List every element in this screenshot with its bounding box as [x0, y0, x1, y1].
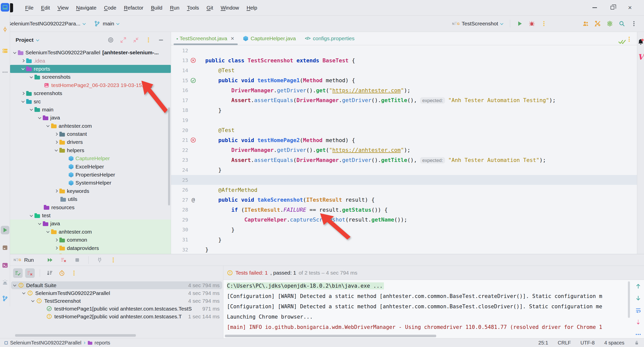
search-everywhere-button[interactable] [617, 19, 627, 29]
tree-item-keywords[interactable]: keywords [10, 187, 171, 195]
console-hscrollbar[interactable] [225, 335, 436, 337]
console-more-button[interactable] [634, 331, 642, 338]
chevron-down-icon[interactable] [38, 116, 41, 119]
tree-item-anhtester-com[interactable]: anhtester.com [10, 122, 171, 130]
build-tool-window-button[interactable] [1, 243, 9, 252]
code-line-32[interactable]: 32} [171, 245, 637, 254]
attach-debugger-button[interactable] [95, 255, 105, 265]
test-item-default-suite[interactable]: Default Suite4 sec 794 ms [11, 281, 222, 289]
code-line-15[interactable]: 15 public void testHomePage1(Method meth… [171, 75, 637, 85]
code-line-31[interactable]: 31 } [171, 235, 637, 245]
chevron-right-icon[interactable] [55, 238, 58, 242]
tests-hscrollbar[interactable] [15, 334, 136, 337]
tree-item-systemshelper[interactable]: SystemsHelper [10, 179, 171, 187]
code-line-24[interactable]: 24 } [171, 165, 637, 175]
console-vscrollbar[interactable] [628, 281, 630, 318]
code-line-12[interactable]: 12 [171, 46, 637, 56]
chevron-right-icon[interactable] [55, 246, 58, 250]
chevron-right-icon[interactable] [55, 189, 58, 193]
chevron-down-icon[interactable] [21, 100, 25, 103]
menu-navigate[interactable]: Navigate [73, 3, 99, 12]
locate-file-button[interactable] [106, 36, 115, 44]
tab-capturehelper-java[interactable]: CaptureHelper.java [239, 32, 300, 45]
chevron-down-icon[interactable] [55, 148, 58, 152]
rerun-failed-tests-button[interactable] [59, 255, 69, 265]
tree-item-helpers[interactable]: helpers [10, 146, 171, 154]
menu-tools[interactable]: Tools [184, 3, 202, 12]
chevron-right-icon[interactable] [55, 133, 58, 136]
tree-item-seleniumtestng092022parallel[interactable]: SeleniumTestNG092022Parallel [anhtester-… [10, 49, 171, 57]
test-item-testhomepage2[interactable]: testHomePage2[public void anhtester.com.… [11, 313, 222, 320]
menu-window[interactable]: Window [218, 3, 242, 12]
menu-build[interactable]: Build [148, 3, 166, 12]
tree-item-propertieshelper[interactable]: PropertiesHelper [10, 171, 171, 179]
tree-item-capturehelper[interactable]: CaptureHelper [10, 154, 171, 162]
tree-item-constant[interactable]: constant [10, 130, 171, 138]
code-line-19[interactable]: 19 [171, 115, 637, 125]
chevron-down-icon[interactable] [13, 283, 16, 287]
chevron-down-icon[interactable] [21, 67, 25, 70]
tree-item-java[interactable]: java [10, 114, 171, 122]
terminal-tool-window-button[interactable] [1, 261, 9, 270]
rerun-tests-button[interactable] [45, 255, 55, 265]
v-plugin-icon[interactable]: V [638, 53, 643, 61]
menu-code[interactable]: Code [101, 3, 119, 12]
run-tool-window-button[interactable] [1, 226, 9, 234]
chevron-right-icon[interactable] [21, 59, 25, 62]
menu-view[interactable]: View [54, 3, 71, 12]
gutter[interactable] [188, 57, 198, 63]
more-run-actions-button[interactable] [539, 19, 549, 29]
soft-wrap-button[interactable] [634, 307, 642, 314]
gutter[interactable] [188, 77, 198, 83]
chevron-down-icon[interactable] [13, 51, 16, 54]
tree-item-excelhelper[interactable]: ExcelHelper [10, 162, 171, 170]
run-button[interactable] [515, 19, 525, 29]
tab-testscreenshot-java[interactable]: TestScreenshot.java× [173, 32, 239, 45]
code-line-26[interactable]: 26 @AfterMethod [171, 185, 637, 195]
stop-button[interactable] [72, 255, 82, 265]
problems-tool-window-button[interactable] [1, 278, 9, 286]
breadcrumb[interactable]: SeleniumTestNG092022Parallel › reports [5, 339, 110, 346]
test-options-button[interactable] [69, 268, 79, 278]
debug-button[interactable] [527, 19, 537, 29]
indent-widget[interactable]: 4 spaces [604, 340, 624, 346]
run-configuration-selector[interactable]: NTG TestScreenshot [450, 19, 505, 28]
collapse-all-button[interactable] [132, 36, 140, 44]
menu-git[interactable]: Git [204, 3, 216, 12]
tree-item-drivers[interactable]: drivers [10, 138, 171, 146]
caret-position-widget[interactable]: 25:1 [538, 340, 548, 346]
project-options-button[interactable] [144, 36, 153, 44]
tab-configs-properties[interactable]: </>configs.properties [300, 32, 359, 45]
chevron-down-icon[interactable] [31, 299, 34, 302]
code-line-16[interactable]: 16 DriverManager.getDriver().get("https:… [171, 85, 637, 95]
test-item-testhomepage1[interactable]: testHomePage1[public void anhtester.com.… [11, 305, 222, 313]
scroll-up-button[interactable] [634, 282, 642, 290]
code-line-25[interactable]: 25 [171, 175, 637, 185]
tree-item-pages[interactable]: pages [10, 252, 171, 254]
code-line-13[interactable]: 13public class TestScreenshot extends Ba… [171, 56, 637, 66]
code-line-21[interactable]: 21 public void testHomePage2(Method meth… [171, 135, 637, 145]
lock-icon[interactable] [634, 340, 639, 345]
restore-button[interactable] [607, 3, 618, 13]
tree-item--idea[interactable]: .idea [10, 57, 171, 65]
notifications-button[interactable] [636, 37, 644, 47]
show-passed-toggle[interactable] [13, 268, 23, 278]
code-line-28[interactable]: 28 if (ITestResult.FAILURE == result.get… [171, 205, 637, 215]
gutter[interactable] [188, 137, 198, 143]
sort-tests-button[interactable] [45, 268, 55, 278]
chevron-down-icon[interactable] [36, 38, 39, 41]
project-selector[interactable]: SeleniumTestNG092022Para... [5, 19, 88, 28]
menu-run[interactable]: Run [167, 3, 183, 12]
gutter[interactable]: @ [188, 197, 198, 203]
test-item-seleniumtestng092022parallel[interactable]: SeleniumTestNG092022Parallel4 sec 794 ms [11, 289, 222, 297]
tree-item-java[interactable]: java [10, 220, 171, 228]
chevron-down-icon[interactable] [30, 213, 33, 217]
test-history-button[interactable] [57, 268, 67, 278]
tree-item-common[interactable]: common [10, 236, 171, 244]
tree-scrollbar[interactable] [168, 107, 170, 205]
close-button[interactable]: × [624, 3, 635, 13]
menu-file[interactable]: File [22, 3, 36, 12]
close-icon[interactable]: × [231, 35, 234, 42]
code-line-29[interactable]: 29 CaptureHelper.captureScreenshot(resul… [171, 215, 637, 225]
code-line-17[interactable]: 17 Assert.assertEquals(DriverManager.get… [171, 95, 637, 105]
